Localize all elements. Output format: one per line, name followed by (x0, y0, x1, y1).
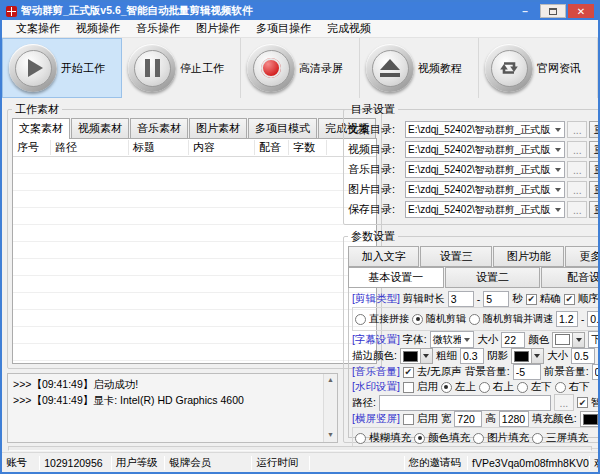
screen-record-button[interactable]: 高清录屏 (241, 38, 360, 98)
tab-dubbing-settings[interactable]: 配音设置 (541, 267, 600, 288)
order-checkbox[interactable]: ✔顺序 (564, 292, 599, 306)
image-directory-browse-button[interactable]: ... (567, 181, 587, 198)
col-content[interactable]: 内容 (189, 140, 255, 155)
clip-min-input[interactable] (448, 291, 474, 307)
music-directory-browse-button[interactable]: ... (567, 161, 587, 178)
log-output[interactable]: >>>【09:41:49】启动成功! >>>【09:41:49】显卡: Inte… (7, 373, 338, 443)
save-directory-browse-button[interactable]: ... (567, 201, 587, 218)
random-clip-radio[interactable]: 随机剪辑 (412, 312, 466, 326)
col-path[interactable]: 路径 (51, 140, 129, 155)
tab-video-material[interactable]: 视频素材 (71, 118, 129, 138)
col-index[interactable]: 序号 (13, 140, 51, 155)
triple-fill-radio[interactable]: 三屏填充 (532, 431, 588, 445)
watermark-bottomleft-radio[interactable]: 左下 (517, 380, 552, 394)
tab-basic-settings-one[interactable]: 基本设置一 (348, 267, 444, 288)
chevron-down-icon[interactable] (552, 182, 564, 197)
image-directory-combobox[interactable]: E:\zdqj_52402\智动群剪_正式版 (405, 181, 565, 198)
scroll-up-icon[interactable]: ▲ (324, 374, 337, 387)
dropdown-icon[interactable] (572, 333, 584, 347)
clip-max-input[interactable] (483, 291, 509, 307)
menu-item-image-ops[interactable]: 图片操作 (188, 20, 248, 37)
image-fill-radio[interactable]: 图片填充 (473, 431, 529, 445)
video-directory-browse-button[interactable]: ... (567, 141, 587, 158)
chevron-down-icon[interactable] (461, 332, 473, 347)
log-scrollbar[interactable]: ▲ ▼ (323, 374, 337, 442)
chevron-down-icon[interactable] (552, 142, 564, 157)
chevron-down-icon[interactable] (552, 202, 564, 217)
image-directory-reload-button[interactable]: 重载 (589, 181, 600, 198)
maximize-button[interactable] (540, 4, 566, 18)
clip-type-tag: [剪辑类型] (352, 292, 400, 306)
tab-copy-material[interactable]: 文案素材 (12, 118, 70, 139)
direct-splice-radio[interactable]: 直接拼接 (355, 312, 409, 326)
chevron-down-icon[interactable] (552, 122, 564, 137)
font-color-picker[interactable] (552, 332, 585, 348)
close-button[interactable]: ✕ (568, 4, 594, 18)
copy-directory-browse-button[interactable]: ... (567, 121, 587, 138)
log-line: >>>【09:41:49】显卡: Intel(R) HD Graphics 46… (13, 392, 319, 408)
tab-image-material[interactable]: 图片素材 (189, 118, 247, 138)
tab-music-material[interactable]: 音乐素材 (130, 118, 188, 138)
copy-directory-combobox[interactable]: E:\zdqj_52402\智动群剪_正式版 (405, 121, 565, 138)
orientation-enable-checkbox[interactable]: 启用 (403, 412, 438, 426)
fg-volume-input[interactable] (592, 364, 600, 380)
dropdown-icon[interactable] (420, 349, 432, 363)
width-input[interactable] (454, 411, 482, 427)
watermark-path-input[interactable] (379, 395, 551, 411)
parameter-settings-group: 参数设置 加入文字 设置三 图片功能 更多功能 基本设置一 设置二 配音设置 [… (343, 229, 600, 443)
watermark-browse-button[interactable]: ... (554, 394, 574, 411)
start-work-button[interactable]: 开始工作 (2, 38, 122, 98)
fill-color-picker[interactable] (580, 411, 600, 427)
height-input[interactable] (499, 411, 529, 427)
col-dubbing[interactable]: 配音 (255, 140, 289, 155)
menu-item-multiproject-ops[interactable]: 多项目操作 (248, 20, 319, 37)
font-color-label: 颜色 (528, 333, 549, 347)
official-news-button[interactable]: 官网资讯 (479, 38, 598, 98)
menu-item-finished-video[interactable]: 完成视频 (319, 20, 379, 37)
tab-settings-two[interactable]: 设置二 (445, 267, 541, 288)
scroll-down-icon[interactable]: ▼ (324, 429, 337, 442)
tab-more-functions[interactable]: 更多功能 (565, 246, 600, 267)
save-directory-reload-button[interactable]: 重载 (589, 201, 600, 218)
minimize-button[interactable]: – (512, 4, 538, 18)
chevron-down-icon[interactable] (552, 162, 564, 177)
smart-size-checkbox[interactable]: ✔智能大小 (577, 396, 600, 410)
color-fill-radio[interactable]: 颜色填充 (414, 431, 470, 445)
watermark-bottomright-radio[interactable]: 右下 (555, 380, 590, 394)
music-directory-reload-button[interactable]: 重载 (589, 161, 600, 178)
font-combobox[interactable]: 微软雅 (430, 331, 475, 348)
watermark-topleft-radio[interactable]: 左上 (441, 380, 476, 394)
menu-item-copy-ops[interactable]: 文案操作 (8, 20, 68, 37)
font-size-input[interactable] (501, 332, 525, 348)
stroke-width-input[interactable] (460, 348, 484, 364)
col-wordcount[interactable]: 字数 (289, 140, 327, 155)
tab-multi-project-mode[interactable]: 多项目模式 (248, 118, 317, 138)
dropdown-icon[interactable] (531, 349, 543, 363)
video-tutorial-button[interactable]: 视频教程 (360, 38, 479, 98)
col-title[interactable]: 标题 (129, 140, 189, 155)
shadow-size-input[interactable] (571, 348, 595, 364)
stroke-color-picker[interactable] (400, 348, 433, 364)
watermark-enable-checkbox[interactable]: 启用 (403, 380, 438, 394)
music-directory-combobox[interactable]: E:\zdqj_52402\智动群剪_正式版 (405, 161, 565, 178)
tab-image-function[interactable]: 图片功能 (493, 246, 564, 267)
blur-fill-radio[interactable]: 模糊填充 (355, 431, 411, 445)
speed-min-input[interactable] (556, 311, 578, 327)
menu-item-video-ops[interactable]: 视频操作 (68, 20, 128, 37)
speed-max-input[interactable] (587, 311, 600, 327)
video-directory-reload-button[interactable]: 重载 (589, 141, 600, 158)
stop-work-button[interactable]: 停止工作 (122, 38, 241, 98)
tab-settings-three[interactable]: 设置三 (420, 246, 491, 267)
tab-add-text[interactable]: 加入文字 (348, 246, 419, 267)
precise-checkbox[interactable]: ✔精确 (526, 292, 561, 306)
bg-volume-input[interactable] (513, 364, 541, 380)
save-directory-combobox[interactable]: E:\zdqj_52402\智动群剪_正式版 (405, 201, 565, 218)
menu-item-music-ops[interactable]: 音乐操作 (128, 20, 188, 37)
mute-original-checkbox[interactable]: ✔去/无原声 (403, 365, 462, 379)
copy-directory-reload-button[interactable]: 重载 (589, 121, 600, 138)
subtitle-position-combobox[interactable]: 下中 (588, 331, 600, 348)
watermark-topright-radio[interactable]: 右上 (479, 380, 514, 394)
video-directory-combobox[interactable]: E:\zdqj_52402\智动群剪_正式版 (405, 141, 565, 158)
shadow-color-picker[interactable] (511, 348, 544, 364)
random-clip-speed-radio[interactable]: 随机剪辑并调速 (469, 312, 553, 326)
